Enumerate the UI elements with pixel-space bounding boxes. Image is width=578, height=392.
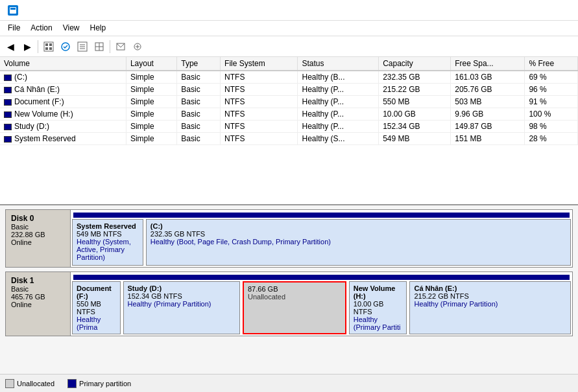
table-row[interactable]: Study (D:) Simple Basic NTFS Healthy (P.… bbox=[0, 121, 578, 133]
table-row[interactable]: (C:) Simple Basic NTFS Healthy (B... 232… bbox=[0, 71, 578, 84]
cell-status: Healthy (P... bbox=[298, 96, 379, 108]
toolbar-btn-3[interactable] bbox=[41, 39, 56, 54]
toolbar-btn-6[interactable] bbox=[91, 39, 107, 54]
cell-fs: NTFS bbox=[221, 133, 298, 145]
col-capacity[interactable]: Capacity bbox=[379, 57, 451, 71]
partition-size: 10.00 GB NTFS bbox=[354, 300, 403, 316]
cell-volume: New Volume (H:) bbox=[0, 108, 126, 121]
cell-capacity: 10.00 GB bbox=[379, 108, 451, 121]
partition-block-disk1-study[interactable]: Study (D:) 152.34 GB NTFS Healthy (Prima… bbox=[123, 281, 240, 334]
maximize-button[interactable] bbox=[513, 1, 543, 20]
partitions-row: Document (F:) 550 MB NTFS Healthy (Prima… bbox=[71, 280, 572, 336]
cell-capacity: 232.35 GB bbox=[379, 71, 451, 84]
cell-free: 503 MB bbox=[451, 96, 525, 108]
cell-status: Healthy (P... bbox=[298, 121, 379, 133]
col-pctfree[interactable]: % Free bbox=[525, 57, 578, 71]
cell-layout: Simple bbox=[126, 71, 176, 84]
cell-layout: Simple bbox=[126, 108, 176, 121]
disk-size: 232.88 GB bbox=[11, 231, 65, 238]
legend-primary-label: Primary partition bbox=[79, 380, 131, 387]
partition-block-disk0-sysres[interactable]: System Reserved 549 MB NTFS Healthy (Sys… bbox=[72, 219, 143, 266]
cell-type: Basic bbox=[177, 108, 221, 121]
cell-volume: System Reserved bbox=[0, 133, 126, 145]
cell-volume: Study (D:) bbox=[0, 121, 126, 133]
col-status[interactable]: Status bbox=[298, 57, 379, 71]
toolbar-separator-1 bbox=[38, 40, 38, 53]
cell-fs: NTFS bbox=[221, 96, 298, 108]
disk-name: Disk 1 bbox=[11, 276, 65, 285]
cell-type: Basic bbox=[177, 84, 221, 96]
forward-button[interactable]: ▶ bbox=[19, 39, 35, 54]
partition-status: Healthy (Boot, Page File, Crash Dump, Pr… bbox=[151, 238, 566, 246]
toolbar: ◀ ▶ bbox=[0, 36, 578, 57]
disk-type: Basic bbox=[11, 223, 65, 231]
cell-status: Healthy (S... bbox=[298, 133, 379, 145]
svg-rect-3 bbox=[45, 43, 48, 46]
partition-block-disk1-canhhan[interactable]: Cá Nhân (E:) 215.22 GB NTFS Healthy (Pri… bbox=[409, 281, 571, 334]
table-row[interactable]: Document (F:) Simple Basic NTFS Healthy … bbox=[0, 96, 578, 108]
col-type[interactable]: Type bbox=[177, 57, 221, 71]
partition-name: Study (D:) bbox=[128, 284, 235, 292]
cell-capacity: 549 MB bbox=[379, 133, 451, 145]
partition-block-disk0-c[interactable]: (C:) 232.35 GB NTFS Healthy (Boot, Page … bbox=[146, 219, 571, 266]
cell-free: 151 MB bbox=[451, 133, 525, 145]
cell-pct: 28 % bbox=[525, 133, 578, 145]
partition-block-disk1-unalloc[interactable]: 87.66 GB Unallocated bbox=[243, 281, 346, 334]
cell-layout: Simple bbox=[126, 121, 176, 133]
table-row[interactable]: New Volume (H:) Simple Basic NTFS Health… bbox=[0, 108, 578, 121]
partition-name: System Reserved bbox=[77, 222, 139, 230]
col-filesystem[interactable]: File System bbox=[221, 57, 298, 71]
partition-block-disk1-doc[interactable]: Document (F:) 550 MB NTFS Healthy (Prima bbox=[72, 281, 121, 334]
volume-list-pane: Volume Layout Type File System Status Ca… bbox=[0, 57, 578, 205]
app-icon bbox=[8, 5, 18, 16]
partition-size: 549 MB NTFS bbox=[77, 230, 139, 238]
minimize-button[interactable] bbox=[483, 1, 513, 20]
menu-view[interactable]: View bbox=[58, 22, 85, 34]
menu-action[interactable]: Action bbox=[25, 22, 57, 34]
disk-section-1: Disk 1 Basic 465.76 GB Online Document (… bbox=[5, 271, 573, 336]
window-controls bbox=[483, 1, 573, 20]
partition-size: 152.34 GB NTFS bbox=[128, 292, 235, 300]
partition-status: Healthy (Primary Partition) bbox=[128, 300, 235, 308]
status-bar: Unallocated Primary partition bbox=[0, 374, 578, 392]
toolbar-btn-5[interactable] bbox=[75, 39, 90, 54]
svg-rect-5 bbox=[45, 47, 48, 50]
svg-rect-4 bbox=[49, 43, 52, 46]
svg-rect-1 bbox=[10, 8, 16, 10]
toolbar-btn-4[interactable] bbox=[58, 39, 73, 54]
partition-bar bbox=[73, 213, 570, 218]
table-row[interactable]: Cá Nhân (E:) Simple Basic NTFS Healthy (… bbox=[0, 84, 578, 96]
partition-name: Cá Nhân (E:) bbox=[414, 284, 566, 292]
table-row[interactable]: System Reserved Simple Basic NTFS Health… bbox=[0, 133, 578, 145]
cell-capacity: 550 MB bbox=[379, 96, 451, 108]
close-button[interactable] bbox=[543, 1, 573, 20]
disk-label-0: Disk 0 Basic 232.88 GB Online bbox=[6, 210, 71, 267]
partition-size: 550 MB NTFS bbox=[77, 300, 116, 316]
cell-free: 9.96 GB bbox=[451, 108, 525, 121]
cell-fs: NTFS bbox=[221, 71, 298, 84]
col-volume[interactable]: Volume bbox=[0, 57, 126, 71]
disk-partitions-1: Document (F:) 550 MB NTFS Healthy (Prima… bbox=[71, 272, 572, 336]
legend-primary-box bbox=[67, 379, 77, 388]
toolbar-btn-7[interactable] bbox=[113, 39, 128, 54]
cell-pct: 69 % bbox=[525, 71, 578, 84]
cell-type: Basic bbox=[177, 121, 221, 133]
disk-size: 465.76 GB bbox=[11, 293, 65, 301]
back-button[interactable]: ◀ bbox=[3, 39, 18, 54]
legend-unallocated: Unallocated bbox=[5, 379, 54, 388]
cell-pct: 96 % bbox=[525, 84, 578, 96]
toolbar-btn-8[interactable] bbox=[130, 39, 145, 54]
partition-status: Healthy (Primary Partiti bbox=[354, 316, 403, 331]
col-layout[interactable]: Layout bbox=[126, 57, 176, 71]
menu-file[interactable]: File bbox=[3, 22, 25, 34]
disk-partitions-0: System Reserved 549 MB NTFS Healthy (Sys… bbox=[71, 210, 572, 267]
col-freespace[interactable]: Free Spa... bbox=[451, 57, 525, 71]
cell-pct: 100 % bbox=[525, 108, 578, 121]
partition-status: Unallocated bbox=[248, 293, 341, 301]
cell-volume: Cá Nhân (E:) bbox=[0, 84, 126, 96]
cell-layout: Simple bbox=[126, 133, 176, 145]
partition-size: 87.66 GB bbox=[248, 285, 341, 293]
partitions-row: System Reserved 549 MB NTFS Healthy (Sys… bbox=[71, 218, 572, 267]
partition-block-disk1-newvol[interactable]: New Volume (H:) 10.00 GB NTFS Healthy (P… bbox=[349, 281, 407, 334]
menu-help[interactable]: Help bbox=[85, 22, 112, 34]
